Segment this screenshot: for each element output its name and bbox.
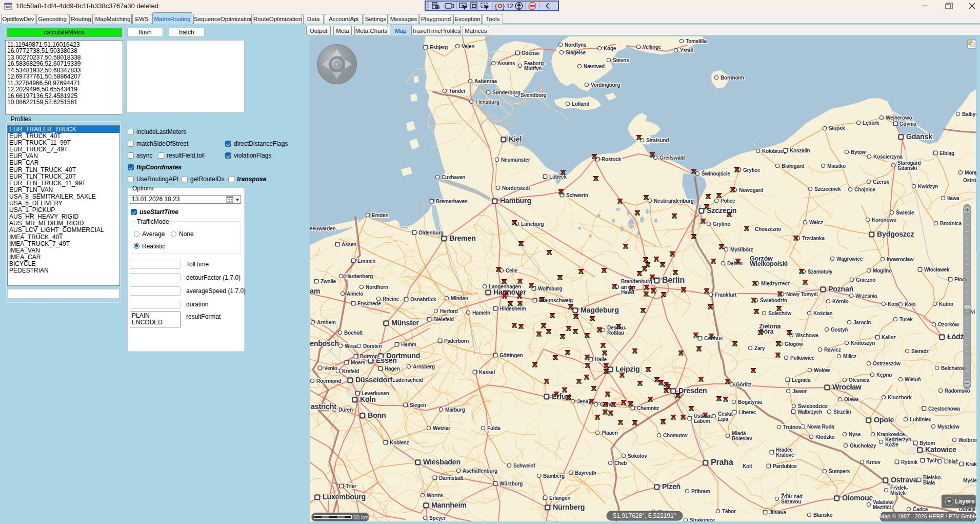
svg-text:enbosch: enbosch	[310, 339, 339, 347]
svg-text:Gdańsk: Gdańsk	[906, 132, 932, 141]
svg-text:Międzyrzecz: Międzyrzecz	[761, 281, 790, 286]
svg-text:Sulechów: Sulechów	[768, 310, 791, 316]
svg-text:Strzelin: Strzelin	[833, 409, 851, 415]
svg-text:Żary: Żary	[754, 345, 765, 351]
svg-text:Lüneburg: Lüneburg	[521, 221, 544, 227]
svg-text:Kłodzko: Kłodzko	[815, 434, 835, 440]
svg-text:Fulda: Fulda	[487, 425, 501, 431]
svg-text:Bottrop: Bottrop	[360, 354, 378, 359]
svg-text:Brodnica: Brodnica	[940, 221, 962, 226]
svg-text:Králové: Králové	[776, 452, 794, 458]
svg-text:Neumünster: Neumünster	[501, 157, 530, 163]
svg-text:Arnhem: Arnhem	[317, 320, 336, 325]
svg-text:Roßlau: Roßlau	[607, 330, 624, 336]
svg-text:Bayreuth: Bayreuth	[575, 470, 596, 476]
svg-text:Lípa: Lípa	[718, 416, 728, 422]
svg-text:Boleslav: Boleslav	[732, 436, 752, 441]
svg-text:Jawor: Jawor	[792, 389, 807, 394]
svg-text:Frýdek-: Frýdek-	[890, 485, 908, 491]
svg-text:Wrocław: Wrocław	[832, 383, 862, 391]
svg-text:Esbjerg: Esbjerg	[430, 45, 448, 50]
svg-text:Inowrocław: Inowrocław	[887, 257, 914, 262]
svg-text:Stralsund: Stralsund	[646, 138, 669, 143]
svg-text:Tábor: Tábor	[722, 509, 736, 514]
svg-text:Elbląg: Elbląg	[939, 150, 954, 156]
svg-text:Berlin: Berlin	[662, 276, 685, 284]
svg-text:Milicz: Milicz	[843, 354, 856, 359]
svg-text:Hamburg: Hamburg	[500, 197, 531, 205]
svg-text:Oleśnica: Oleśnica	[849, 377, 870, 383]
svg-text:Assens: Assens	[497, 61, 515, 66]
svg-text:Køge: Køge	[604, 46, 616, 51]
svg-text:Schweinf: Schweinf	[513, 463, 535, 469]
svg-text:51,917628°, 6,522191°: 51,917628°, 6,522191°	[613, 512, 676, 519]
svg-text:Krotoszyn: Krotoszyn	[851, 340, 875, 346]
svg-text:Kassel: Kassel	[479, 370, 495, 375]
svg-text:Miastko: Miastko	[827, 163, 846, 169]
svg-text:Nowa Ruda: Nowa Ruda	[807, 424, 834, 430]
svg-text:am: am	[310, 287, 320, 295]
svg-text:Starogard: Starogard	[897, 160, 921, 166]
svg-text:Głuchołazy: Głuchołazy	[850, 443, 876, 449]
svg-text:Köln: Köln	[360, 395, 376, 403]
svg-text:Katowice: Katowice	[925, 445, 956, 454]
svg-text:Wieluń: Wieluń	[905, 377, 921, 382]
svg-text:Lubliniec: Lubliniec	[910, 417, 932, 422]
svg-text:Meziříčí: Meziříčí	[873, 504, 892, 510]
svg-text:Čadca: Čadca	[913, 506, 928, 512]
svg-text:Worms: Worms	[427, 493, 444, 498]
svg-text:Biała: Biała	[923, 480, 935, 486]
svg-text:Dorsten: Dorsten	[363, 343, 382, 349]
svg-text:Darmstadt: Darmstadt	[439, 475, 464, 481]
svg-text:Svendborg: Svendborg	[521, 92, 547, 98]
svg-text:Paderborn: Paderborn	[444, 338, 469, 344]
svg-text:Enschede: Enschede	[357, 301, 381, 306]
svg-text:Osnabrück: Osnabrück	[410, 297, 436, 302]
svg-text:Magdeburg: Magdeburg	[581, 306, 619, 314]
svg-text:Moers: Moers	[351, 360, 366, 365]
svg-text:Kórnik: Kórnik	[832, 299, 848, 304]
svg-text:Oldenburg: Oldenburg	[418, 230, 444, 236]
svg-text:Gdynia: Gdynia	[899, 121, 916, 127]
svg-text:Flensburg: Flensburg	[475, 99, 499, 105]
svg-text:Neubrandenburg: Neubrandenburg	[654, 198, 694, 204]
svg-text:Labem: Labem	[694, 418, 710, 424]
svg-text:Brandenburg: Brandenburg	[621, 279, 652, 284]
svg-text:Nowogard: Nowogard	[739, 187, 763, 193]
svg-text:Sønderborg: Sønderborg	[492, 90, 521, 95]
svg-text:Krak: Krak	[966, 461, 976, 467]
svg-text:Ozorków: Ozorków	[938, 322, 959, 327]
svg-text:Dresden: Dresden	[678, 386, 707, 395]
svg-text:Liberec: Liberec	[738, 410, 756, 415]
svg-text:Kędzierzyn-: Kędzierzyn-	[885, 437, 913, 442]
svg-text:Göttingen: Göttingen	[499, 353, 523, 358]
svg-text:Wolfsburg: Wolfsburg	[538, 286, 563, 292]
svg-text:Kościerzyna: Kościerzyna	[873, 154, 903, 160]
svg-text:Münster: Münster	[391, 319, 419, 327]
svg-text:Jena: Jena	[577, 399, 589, 404]
svg-text:Hildesheim: Hildesheim	[499, 306, 526, 312]
svg-text:Chojnice: Chojnice	[854, 187, 875, 192]
svg-text:Mladá: Mladá	[732, 431, 746, 436]
svg-text:Lębork: Lębork	[863, 120, 879, 126]
svg-text:Hradec: Hradec	[776, 447, 793, 453]
svg-text:Rheine: Rheine	[383, 296, 399, 302]
svg-text:Krnov: Krnov	[866, 459, 881, 465]
svg-text:Kutno: Kutno	[939, 301, 953, 307]
svg-text:Næstved: Næstved	[584, 64, 605, 69]
svg-text:Chomutov: Chomutov	[663, 433, 688, 438]
svg-text:Bydgoszcz: Bydgoszcz	[877, 230, 914, 238]
svg-text:Slagelse: Slagelse	[566, 50, 586, 55]
svg-text:Sázavou: Sázavou	[781, 499, 801, 504]
svg-text:Praha: Praha	[711, 458, 733, 467]
svg-text:Kiel: Kiel	[509, 135, 522, 143]
svg-text:Cuxhaven: Cuxhaven	[442, 174, 465, 180]
svg-text:Příbram: Příbram	[691, 489, 710, 494]
svg-text:Gdański: Gdański	[897, 165, 917, 171]
svg-text:Oława: Oława	[844, 397, 859, 402]
svg-text:Emden: Emden	[372, 212, 388, 218]
svg-text:Görlitz: Görlitz	[736, 382, 751, 387]
svg-text:Szamotuły: Szamotuły	[808, 269, 833, 275]
svg-text:Nysa: Nysa	[849, 432, 861, 437]
svg-text:Głogów: Głogów	[785, 341, 803, 347]
